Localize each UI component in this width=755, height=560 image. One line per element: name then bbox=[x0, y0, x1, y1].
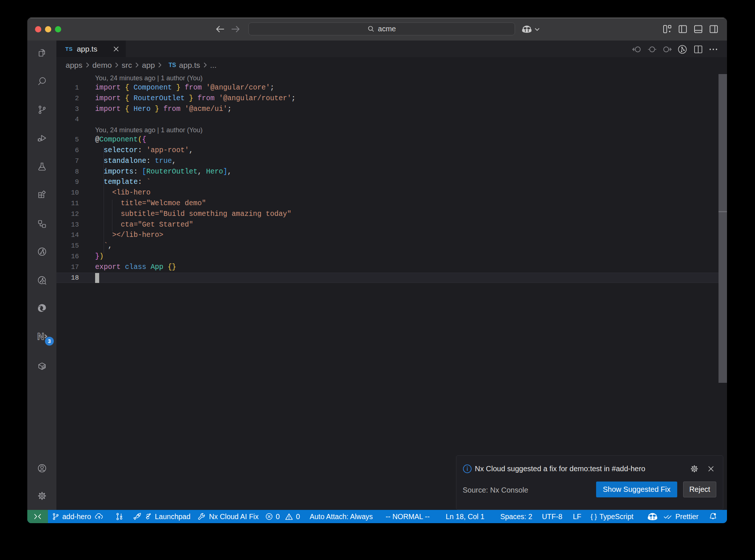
svg-text:N: N bbox=[37, 331, 44, 342]
